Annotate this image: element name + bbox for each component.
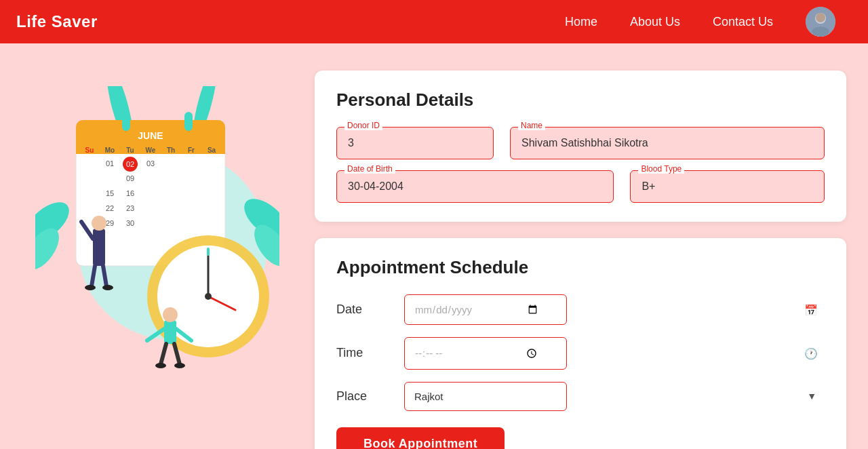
svg-text:Fr: Fr <box>188 147 195 154</box>
user-avatar[interactable] <box>806 7 835 37</box>
personal-details-card: Personal Details Donor ID Name Date of B… <box>315 71 846 222</box>
dob-wrapper: Date of Birth <box>336 170 614 203</box>
svg-text:30: 30 <box>126 219 134 227</box>
donor-name-row: Donor ID Name <box>336 127 825 159</box>
personal-details-title: Personal Details <box>336 90 825 111</box>
svg-text:01: 01 <box>106 159 114 168</box>
time-input-wrapper: 🕐 <box>404 337 825 370</box>
illustration-area: JUNE Su Mo Tu We Th Fr Sa 01 02 03 09 15 <box>22 71 293 396</box>
svg-point-42 <box>92 216 106 231</box>
svg-point-49 <box>163 307 178 322</box>
donor-id-input[interactable] <box>336 127 494 159</box>
svg-rect-14 <box>122 112 130 131</box>
time-input[interactable] <box>404 337 567 370</box>
svg-text:03: 03 <box>146 159 155 168</box>
svg-point-3 <box>816 13 825 22</box>
svg-text:Sa: Sa <box>208 147 216 154</box>
appointment-card: Appointment Schedule Date 📅 Time 🕐 Place <box>315 238 846 449</box>
svg-text:22: 22 <box>106 204 114 212</box>
donor-id-label: Donor ID <box>344 121 382 130</box>
svg-text:09: 09 <box>126 174 134 182</box>
place-select-wrapper: Rajkot Ahmedabad Surat Vadodara ▼ <box>404 382 825 411</box>
svg-text:29: 29 <box>106 219 114 227</box>
svg-point-55 <box>174 363 185 368</box>
blood-type-input[interactable] <box>630 170 825 203</box>
svg-text:16: 16 <box>126 189 134 197</box>
svg-rect-15 <box>184 112 193 131</box>
time-label: Time <box>336 346 404 360</box>
svg-text:Su: Su <box>85 147 94 154</box>
blood-type-wrapper: Blood Type <box>630 170 825 203</box>
navbar: Life Saver Home About Us Contact Us <box>0 0 868 43</box>
svg-point-46 <box>85 285 96 290</box>
schedule-grid: Date 📅 Time 🕐 Place Rajkot Ahmedabad <box>336 294 825 411</box>
svg-text:Tu: Tu <box>126 147 134 154</box>
blood-type-label: Blood Type <box>638 164 684 174</box>
forms-area: Personal Details Donor ID Name Date of B… <box>315 71 846 449</box>
svg-point-39 <box>205 293 212 300</box>
chevron-down-icon: ▼ <box>807 391 816 402</box>
svg-rect-41 <box>93 229 105 266</box>
clock-icon: 🕐 <box>804 347 818 359</box>
book-appointment-button[interactable]: Book Appointment <box>336 427 505 449</box>
nav-contact[interactable]: Contact Us <box>713 15 773 29</box>
svg-point-47 <box>102 285 113 290</box>
svg-point-54 <box>155 363 166 368</box>
main-content: JUNE Su Mo Tu We Th Fr Sa 01 02 03 09 15 <box>0 43 868 449</box>
svg-text:02: 02 <box>126 160 134 168</box>
donor-id-wrapper: Donor ID <box>336 127 494 159</box>
svg-text:15: 15 <box>106 189 114 197</box>
place-label: Place <box>336 389 404 404</box>
svg-rect-48 <box>164 320 176 344</box>
svg-line-45 <box>103 266 106 286</box>
name-wrapper: Name <box>510 127 825 159</box>
svg-text:23: 23 <box>126 204 134 212</box>
place-select[interactable]: Rajkot Ahmedabad Surat Vadodara <box>404 382 567 411</box>
date-label: Date <box>336 302 404 317</box>
nav-links: Home About Us Contact Us <box>565 7 835 37</box>
appointment-title: Appointment Schedule <box>336 257 825 278</box>
dob-label: Date of Birth <box>344 164 395 174</box>
nav-home[interactable]: Home <box>565 15 597 29</box>
calendar-illustration: JUNE Su Mo Tu We Th Fr Sa 01 02 03 09 15 <box>35 86 279 380</box>
svg-line-52 <box>161 344 166 364</box>
brand-logo: Life Saver <box>16 12 98 31</box>
date-input[interactable] <box>404 294 567 325</box>
svg-text:Mo: Mo <box>105 147 115 154</box>
svg-text:We: We <box>146 147 156 154</box>
calendar-icon: 📅 <box>804 303 818 316</box>
name-input[interactable] <box>510 127 825 159</box>
nav-about[interactable]: About Us <box>630 15 680 29</box>
dob-input[interactable] <box>336 170 614 203</box>
svg-text:Th: Th <box>167 147 175 154</box>
date-input-wrapper: 📅 <box>404 294 825 325</box>
svg-line-44 <box>92 266 95 286</box>
svg-text:JUNE: JUNE <box>138 130 163 141</box>
name-label: Name <box>518 121 545 130</box>
dob-blood-row: Date of Birth Blood Type <box>336 170 825 203</box>
